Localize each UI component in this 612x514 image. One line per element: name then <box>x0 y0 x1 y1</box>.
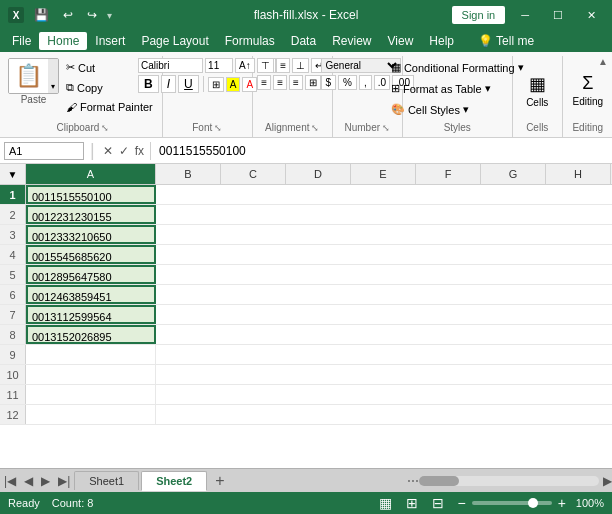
align-left-button[interactable]: ≡ <box>257 75 271 90</box>
select-all-button[interactable]: ▼ <box>8 169 18 180</box>
merge-button[interactable]: ⊞ <box>305 75 321 90</box>
menu-review[interactable]: Review <box>324 32 379 50</box>
align-top-button[interactable]: ⊤ <box>257 58 274 73</box>
editing-button[interactable]: Σ Editing <box>565 68 610 112</box>
sign-in-button[interactable]: Sign in <box>452 6 506 24</box>
undo-button[interactable]: ↩ <box>59 6 77 24</box>
page-layout-view-button[interactable]: ⊞ <box>403 495 421 511</box>
col-header-a[interactable]: A <box>26 164 156 184</box>
scroll-right-button[interactable]: ▶ <box>603 474 612 488</box>
cell-a9[interactable] <box>26 345 156 364</box>
menu-formulas[interactable]: Formulas <box>217 32 283 50</box>
row-number[interactable]: 1 <box>0 185 26 204</box>
row-number[interactable]: 6 <box>0 285 26 304</box>
sheet-nav-first[interactable]: |◀ <box>0 474 20 488</box>
border-button[interactable]: ⊞ <box>208 77 224 92</box>
page-break-view-button[interactable]: ⊟ <box>429 495 447 511</box>
row-number[interactable]: 11 <box>0 385 26 404</box>
comma-button[interactable]: , <box>359 75 372 90</box>
cell-a6[interactable]: 0012463859451 <box>26 285 156 304</box>
align-right-button[interactable]: ≡ <box>289 75 303 90</box>
cell-a1[interactable]: 0011515550100 <box>26 185 156 204</box>
row-number[interactable]: 10 <box>0 365 26 384</box>
cell-a4[interactable]: 0015545685620 <box>26 245 156 264</box>
menu-view[interactable]: View <box>380 32 422 50</box>
paste-dropdown-button[interactable]: ▾ <box>48 59 58 93</box>
number-dialog-launcher[interactable]: ⤡ <box>382 123 390 133</box>
italic-button[interactable]: I <box>161 75 176 93</box>
paste-main-button[interactable]: 📋 <box>9 59 48 93</box>
bold-button[interactable]: B <box>138 75 159 93</box>
confirm-formula-button[interactable]: ✓ <box>117 142 131 160</box>
align-bottom-button[interactable]: ⊥ <box>292 58 309 73</box>
clipboard-dialog-launcher[interactable]: ⤡ <box>101 123 109 133</box>
name-box[interactable] <box>4 142 84 160</box>
cell-styles-button[interactable]: 🎨 Cell Styles ▾ <box>386 100 474 119</box>
col-header-d[interactable]: D <box>286 164 351 184</box>
zoom-slider[interactable] <box>472 501 552 505</box>
sheet-nav-prev[interactable]: ◀ <box>20 474 37 488</box>
row-number[interactable]: 12 <box>0 405 26 424</box>
row-number[interactable]: 7 <box>0 305 26 324</box>
cancel-formula-button[interactable]: ✕ <box>101 142 115 160</box>
formula-input[interactable] <box>150 142 608 160</box>
row-number[interactable]: 9 <box>0 345 26 364</box>
row-number[interactable]: 8 <box>0 325 26 344</box>
collapse-ribbon-button[interactable]: ▲ <box>598 56 608 67</box>
conditional-formatting-button[interactable]: ▦ Conditional Formatting ▾ <box>386 58 529 77</box>
cell-a2[interactable]: 0012231230155 <box>26 205 156 224</box>
cell-a7[interactable]: 0013112599564 <box>26 305 156 324</box>
menu-data[interactable]: Data <box>283 32 324 50</box>
underline-button[interactable]: U <box>178 75 199 93</box>
zoom-in-button[interactable]: + <box>556 495 568 511</box>
cell-a11[interactable] <box>26 385 156 404</box>
align-middle-button[interactable]: ≡ <box>276 58 290 73</box>
row-number[interactable]: 3 <box>0 225 26 244</box>
menu-insert[interactable]: Insert <box>87 32 133 50</box>
currency-button[interactable]: $ <box>321 75 337 90</box>
redo-button[interactable]: ↪ <box>83 6 101 24</box>
sheet-nav-last[interactable]: ▶| <box>54 474 74 488</box>
close-button[interactable]: ✕ <box>579 5 604 26</box>
font-family-input[interactable] <box>138 58 203 73</box>
col-header-h[interactable]: H <box>546 164 611 184</box>
col-header-b[interactable]: B <box>156 164 221 184</box>
save-qat-button[interactable]: 💾 <box>30 6 53 24</box>
row-number[interactable]: 5 <box>0 265 26 284</box>
insert-function-button[interactable]: fx <box>133 142 146 160</box>
align-center-button[interactable]: ≡ <box>273 75 287 90</box>
cell-a8[interactable]: 0013152026895 <box>26 325 156 344</box>
menu-home[interactable]: Home <box>39 32 87 50</box>
menu-help[interactable]: Help <box>421 32 462 50</box>
sheet-nav-next[interactable]: ▶ <box>37 474 54 488</box>
menu-page-layout[interactable]: Page Layout <box>133 32 216 50</box>
cell-a10[interactable] <box>26 365 156 384</box>
sheet-tab-1[interactable]: Sheet1 <box>74 471 139 490</box>
cells-button[interactable]: ▦ Cells <box>517 68 557 113</box>
restore-button[interactable]: ☐ <box>545 5 571 26</box>
fill-color-button[interactable]: A <box>226 77 241 92</box>
menu-file[interactable]: File <box>4 32 39 50</box>
minimize-button[interactable]: ─ <box>513 5 537 25</box>
normal-view-button[interactable]: ▦ <box>376 495 395 511</box>
cell-a3[interactable]: 0012333210650 <box>26 225 156 244</box>
alignment-dialog-launcher[interactable]: ⤡ <box>311 123 319 133</box>
row-number[interactable]: 2 <box>0 205 26 224</box>
menu-tell-me[interactable]: 💡 Tell me <box>470 32 542 50</box>
qat-more[interactable]: ▾ <box>107 10 112 21</box>
font-dialog-launcher[interactable]: ⤡ <box>214 123 222 133</box>
sheet-more-button[interactable]: ⋯ <box>407 474 419 488</box>
percent-button[interactable]: % <box>338 75 357 90</box>
cell-a12[interactable] <box>26 405 156 424</box>
format-as-table-button[interactable]: ⊞ Format as Table ▾ <box>386 79 496 98</box>
col-header-f[interactable]: F <box>416 164 481 184</box>
cell-a5[interactable]: 0012895647580 <box>26 265 156 284</box>
font-size-input[interactable] <box>205 58 233 73</box>
horizontal-scrollbar[interactable] <box>419 476 599 486</box>
zoom-out-button[interactable]: − <box>455 495 467 511</box>
sheet-tab-2[interactable]: Sheet2 <box>141 471 207 491</box>
add-sheet-button[interactable]: + <box>209 472 230 490</box>
col-header-g[interactable]: G <box>481 164 546 184</box>
col-header-c[interactable]: C <box>221 164 286 184</box>
col-header-e[interactable]: E <box>351 164 416 184</box>
